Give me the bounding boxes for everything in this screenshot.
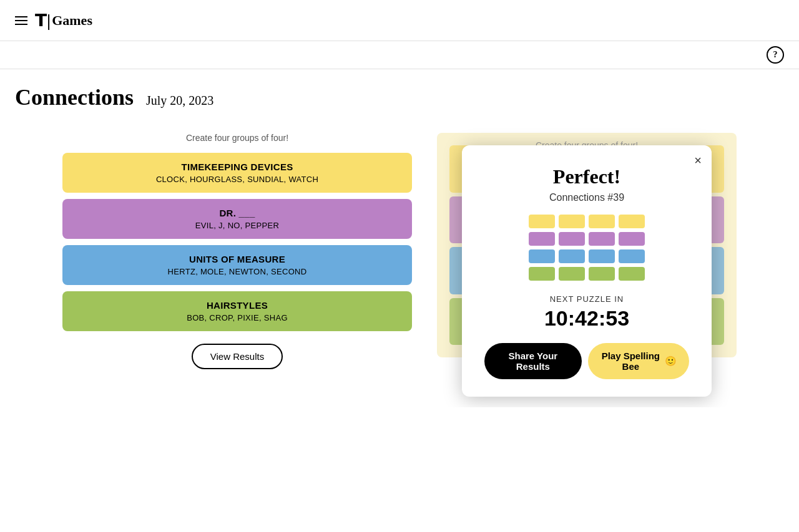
header: 𝗧| Games bbox=[0, 0, 799, 41]
result-sq-purple bbox=[589, 232, 615, 246]
category-items-yellow: CLOCK, HOURGLASS, SUNDIAL, WATCH bbox=[75, 175, 400, 184]
toolbar: ? bbox=[0, 41, 799, 69]
result-sq-blue bbox=[589, 249, 615, 263]
category-card-yellow: TIMEKEEPING DEVICES CLOCK, HOURGLASS, SU… bbox=[62, 153, 412, 193]
category-title-blue: UNITS OF MEASURE bbox=[75, 254, 400, 264]
spelling-bee-label: Play Spelling Bee bbox=[600, 351, 661, 372]
result-sq-yellow bbox=[529, 215, 555, 228]
category-card-green: HAIRSTYLES BOB, CROP, PIXIE, SHAG bbox=[62, 291, 412, 331]
result-sq-green bbox=[559, 267, 585, 281]
modal-subtitle: Connections #39 bbox=[484, 192, 689, 203]
result-sq-blue bbox=[529, 249, 555, 263]
result-row-2 bbox=[529, 232, 645, 246]
result-sq-blue bbox=[619, 249, 645, 263]
result-row-4 bbox=[529, 267, 645, 281]
right-panel: Create four groups of four! × Perfect! C… bbox=[437, 133, 737, 395]
spelling-bee-emoji: 🙂 bbox=[665, 355, 677, 367]
result-squares bbox=[484, 215, 689, 281]
page-date: July 20, 2023 bbox=[146, 94, 213, 107]
share-results-button[interactable]: Share Your Results bbox=[484, 343, 582, 379]
result-modal: × Perfect! Connections #39 bbox=[462, 145, 712, 397]
result-sq-yellow bbox=[559, 215, 585, 228]
result-sq-green bbox=[589, 267, 615, 281]
main-content: Create four groups of four! TIMEKEEPING … bbox=[0, 120, 799, 407]
result-row-3 bbox=[529, 249, 645, 263]
next-puzzle-label: NEXT PUZZLE IN bbox=[484, 294, 689, 304]
modal-buttons: Share Your Results Play Spelling Bee 🙂 bbox=[484, 343, 689, 379]
left-panel: Create four groups of four! TIMEKEEPING … bbox=[62, 133, 412, 395]
result-sq-purple bbox=[529, 232, 555, 246]
category-title-yellow: TIMEKEEPING DEVICES bbox=[75, 162, 400, 172]
hamburger-menu[interactable] bbox=[15, 16, 27, 25]
result-sq-blue bbox=[559, 249, 585, 263]
result-sq-green bbox=[529, 267, 555, 281]
modal-title: Perfect! bbox=[484, 165, 689, 188]
result-sq-purple bbox=[619, 232, 645, 246]
result-sq-yellow bbox=[589, 215, 615, 228]
help-icon[interactable]: ? bbox=[767, 46, 784, 64]
category-items-purple: EVIL, J, NO, PEPPER bbox=[75, 221, 400, 230]
result-sq-purple bbox=[559, 232, 585, 246]
category-card-purple: DR. ___ EVIL, J, NO, PEPPER bbox=[62, 199, 412, 239]
category-card-blue: UNITS OF MEASURE HERTZ, MOLE, NEWTON, SE… bbox=[62, 245, 412, 285]
right-wrapper: Create four groups of four! × Perfect! C… bbox=[437, 133, 737, 395]
left-subtitle: Create four groups of four! bbox=[62, 133, 412, 143]
result-row-1 bbox=[529, 215, 645, 228]
view-results-button[interactable]: View Results bbox=[192, 344, 283, 369]
countdown-timer: 10:42:53 bbox=[484, 306, 689, 331]
nyt-games-logo[interactable]: 𝗧| Games bbox=[35, 10, 92, 31]
page-title: Connections bbox=[15, 85, 134, 110]
games-label: Games bbox=[52, 12, 92, 29]
page-title-area: Connections July 20, 2023 bbox=[0, 69, 799, 120]
result-sq-yellow bbox=[619, 215, 645, 228]
nyt-logo-t: 𝗧| bbox=[35, 10, 51, 31]
play-spelling-bee-button[interactable]: Play Spelling Bee 🙂 bbox=[588, 343, 689, 379]
category-title-purple: DR. ___ bbox=[75, 208, 400, 218]
result-sq-green bbox=[619, 267, 645, 281]
category-items-blue: HERTZ, MOLE, NEWTON, SECOND bbox=[75, 267, 400, 276]
modal-close-button[interactable]: × bbox=[694, 154, 702, 167]
category-title-green: HAIRSTYLES bbox=[75, 300, 400, 311]
category-items-green: BOB, CROP, PIXIE, SHAG bbox=[75, 313, 400, 322]
